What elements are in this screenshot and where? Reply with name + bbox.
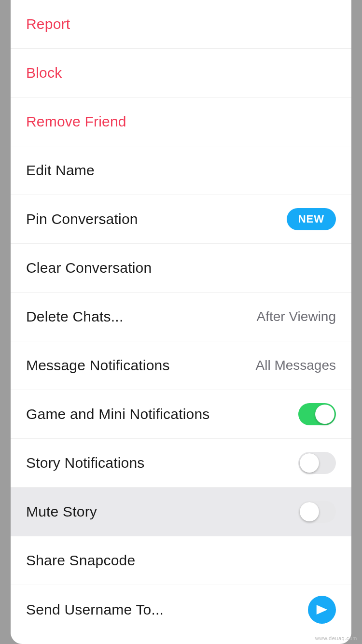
menu-item-delete-chats[interactable]: Delete Chats... After Viewing: [11, 293, 351, 341]
menu-label: Story Notifications: [26, 455, 145, 471]
watermark: www.deuaq.com: [315, 635, 357, 641]
toggle-mute-story[interactable]: [298, 501, 336, 523]
toggle-knob: [300, 502, 319, 521]
toggle-game-mini-notifications[interactable]: [298, 403, 336, 425]
menu-item-story-notifications: Story Notifications: [11, 439, 351, 488]
menu-label: Share Snapcode: [26, 552, 135, 569]
toggle-knob: [315, 405, 334, 424]
menu-label: Pin Conversation: [26, 211, 138, 227]
menu-item-edit-name[interactable]: Edit Name: [11, 146, 351, 195]
menu-value: All Messages: [255, 358, 336, 373]
menu-label: Delete Chats...: [26, 308, 123, 325]
menu-item-block[interactable]: Block: [11, 49, 351, 98]
menu-label: Message Notifications: [26, 357, 170, 374]
menu-value: After Viewing: [257, 309, 336, 324]
menu-item-clear-conversation[interactable]: Clear Conversation: [11, 244, 351, 293]
menu-item-remove-friend[interactable]: Remove Friend: [11, 98, 351, 146]
toggle-story-notifications[interactable]: [298, 452, 336, 474]
send-button[interactable]: [308, 596, 336, 624]
menu-label: Edit Name: [26, 162, 95, 179]
menu-item-game-mini-notifications: Game and Mini Notifications: [11, 390, 351, 439]
menu-label: Game and Mini Notifications: [26, 406, 210, 422]
toggle-knob: [300, 453, 319, 473]
menu-item-send-username[interactable]: Send Username To...: [11, 585, 351, 634]
menu-label: Block: [26, 65, 62, 81]
menu-label: Mute Story: [26, 504, 97, 520]
send-icon: [315, 602, 329, 617]
menu-item-report[interactable]: Report: [11, 0, 351, 49]
menu-label: Clear Conversation: [26, 260, 152, 276]
menu-item-pin-conversation[interactable]: Pin Conversation NEW: [11, 195, 351, 244]
menu-item-message-notifications[interactable]: Message Notifications All Messages: [11, 341, 351, 390]
menu-label: Report: [26, 16, 70, 32]
new-badge: NEW: [287, 208, 336, 230]
menu-item-mute-story: Mute Story: [11, 488, 351, 536]
menu-label: Send Username To...: [26, 602, 164, 618]
menu-item-share-snapcode[interactable]: Share Snapcode: [11, 536, 351, 585]
action-sheet: Report Block Remove Friend Edit Name Pin…: [11, 0, 351, 644]
menu-label: Remove Friend: [26, 113, 126, 130]
